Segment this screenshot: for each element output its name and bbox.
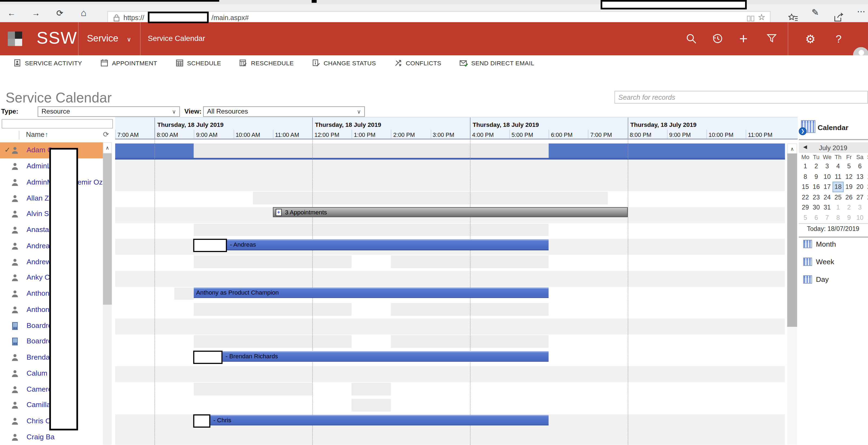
cmd-schedule[interactable]: SCHEDULE — [176, 59, 221, 67]
mini-calendar-day[interactable]: 8 — [833, 213, 843, 223]
mini-calendar-day[interactable]: 8 — [800, 172, 811, 182]
filter-funnel-icon[interactable] — [766, 33, 778, 45]
mini-calendar-day[interactable]: 10 — [822, 172, 833, 182]
settings-gear-icon[interactable]: ⚙ — [804, 33, 816, 45]
mini-calendar-day[interactable]: 13 — [855, 172, 865, 182]
resource-list-scrollbar[interactable]: ∧ — [103, 142, 112, 445]
calendar-row-andrew-7[interactable] — [115, 255, 785, 271]
recent-history-icon[interactable] — [711, 33, 724, 45]
mini-calendar-day[interactable]: 9 — [844, 213, 855, 223]
mini-calendar-day[interactable]: 21 — [865, 182, 868, 192]
mini-calendar-day[interactable]: 30 — [811, 203, 822, 213]
module-chevron-down-icon[interactable]: ∨ — [127, 22, 131, 56]
appointment-bar[interactable]: - Andreas — [194, 240, 549, 250]
mini-calendar-day[interactable]: 4 — [865, 203, 868, 213]
calendar-row-boardroo-12[interactable] — [115, 334, 785, 350]
module-menu[interactable]: Service — [87, 22, 118, 56]
help-icon[interactable]: ? — [833, 33, 845, 45]
mini-calendar-day[interactable]: 4 — [833, 161, 843, 172]
today-label[interactable]: Today: 18/07/2019 — [799, 226, 867, 232]
calendar-row-anthony-10[interactable] — [115, 303, 785, 319]
mini-calendar-day[interactable]: 20 — [855, 182, 865, 192]
calendar-scrollbar[interactable]: ∧ — [787, 143, 797, 445]
cmd-conflicts[interactable]: CONFLICTS — [394, 59, 441, 67]
mini-calendar-day[interactable]: 2 — [844, 203, 855, 213]
mini-calendar-day[interactable]: 11 — [865, 213, 868, 223]
mini-calendar-day[interactable]: 24 — [822, 192, 833, 203]
mini-calendar-day[interactable]: 7 — [865, 161, 868, 172]
back-icon[interactable]: ← — [5, 4, 18, 22]
cmd-send-direct-email[interactable]: SEND DIRECT EMAIL — [460, 59, 534, 67]
view-week[interactable]: Week — [799, 257, 868, 270]
mini-calendar-day[interactable]: 10 — [855, 213, 865, 223]
resource-list-header[interactable]: Name ↑ ⟳ — [0, 128, 113, 142]
list-item-craig-ba-18[interactable]: Craig Ba — [0, 429, 103, 445]
mini-calendar-day[interactable]: 3 — [822, 161, 833, 172]
annotate-pen-icon[interactable]: ✎ — [811, 7, 819, 18]
calendar-row-chris-cle-17[interactable]: - Chris — [115, 414, 785, 430]
mini-calendar-day[interactable]: 5 — [800, 213, 811, 223]
calendar-row-adam-co-0[interactable] — [115, 143, 785, 159]
home-icon[interactable]: ⌂ — [78, 4, 90, 22]
mini-calendar-day[interactable]: 2 — [811, 161, 822, 172]
mini-calendar-day[interactable]: 14 — [865, 172, 868, 182]
mini-calendar-day[interactable]: 6 — [855, 161, 865, 172]
type-select[interactable]: Resource ∨ — [38, 106, 180, 117]
scrollbar-thumb[interactable] — [787, 153, 797, 327]
resource-filter-box[interactable] — [2, 119, 113, 128]
scroll-up-icon[interactable]: ∧ — [103, 142, 112, 153]
ssw-logo-icon[interactable] — [8, 32, 22, 46]
mini-calendar-day[interactable]: 23 — [811, 192, 822, 203]
create-plus-icon[interactable]: + — [738, 33, 750, 45]
calendar-row-calum-si-14[interactable] — [115, 366, 785, 382]
mini-calendar-day[interactable]: 17 — [822, 182, 833, 192]
appointment-group-bar[interactable]: +3 Appointments — [273, 207, 627, 217]
mini-calendar-day[interactable]: 11 — [833, 172, 843, 182]
mini-calendar-day[interactable]: 9 — [811, 172, 822, 182]
mini-calendar-day[interactable]: 27 — [855, 192, 865, 203]
mini-calendar-day[interactable]: 3 — [855, 203, 865, 213]
mini-calendar-day[interactable]: 5 — [844, 161, 855, 172]
favorite-star-icon[interactable]: ☆ — [758, 12, 765, 22]
mini-calendar-day[interactable]: 29 — [800, 203, 811, 213]
mini-calendar-day[interactable]: 25 — [833, 192, 843, 203]
cmd-service-activity[interactable]: SERVICE ACTIVITY — [13, 59, 82, 67]
search-input[interactable] — [615, 91, 868, 103]
mini-calendar-day[interactable]: 26 — [844, 192, 855, 203]
calendar-row-anastasia-5[interactable] — [115, 223, 785, 239]
calendar-row-cameron-15[interactable] — [115, 382, 785, 398]
calendar-row-andreas-6[interactable]: - Andreas — [115, 239, 785, 255]
appointment-bar[interactable]: - Chris — [194, 415, 549, 425]
appointment-bar[interactable]: Anthony as Product Champion — [194, 287, 549, 298]
scroll-up-icon[interactable]: ∧ — [787, 143, 797, 154]
mini-calendar-selected-day[interactable]: 18 — [833, 182, 843, 192]
calendar-row-anthony-9[interactable]: Anthony as Product Champion — [115, 287, 785, 303]
refresh-list-icon[interactable]: ⟳ — [103, 130, 109, 139]
calendar-row-brendan-13[interactable]: - Brendan Richards — [115, 350, 785, 366]
view-month[interactable]: Month — [799, 239, 868, 253]
mini-calendar-day[interactable]: 1 — [833, 203, 843, 213]
mini-calendar-day[interactable]: 7 — [822, 213, 833, 223]
resource-name[interactable]: Andrew — [27, 258, 51, 266]
mini-calendar-day[interactable]: 12 — [844, 172, 855, 182]
calendar-row-allan-zh-3[interactable] — [115, 191, 785, 207]
mini-calendar-day[interactable]: 6 — [811, 213, 822, 223]
scrollbar-thumb[interactable] — [103, 153, 112, 305]
search-icon[interactable] — [685, 33, 697, 45]
refresh-icon[interactable]: ⟳ — [54, 4, 66, 22]
calendar-row-craig-ba-18[interactable] — [115, 430, 785, 445]
mini-calendar-day[interactable]: 22 — [800, 192, 811, 203]
breadcrumb-page[interactable]: Service Calendar — [148, 22, 205, 56]
cmd-change-status[interactable]: CHANGE STATUS — [312, 59, 376, 67]
view-select[interactable]: All Resources ∨ — [203, 106, 365, 117]
mini-calendar-day[interactable]: 19 — [844, 182, 855, 192]
appointment-bar[interactable]: - Brendan Richards — [194, 351, 549, 362]
calendar-row-boardroo-11[interactable] — [115, 319, 785, 335]
mini-calendar-day[interactable]: 31 — [822, 203, 833, 213]
calendar-row-adminm-2[interactable] — [115, 175, 785, 191]
calendar-body[interactable]: +3 Appointments- AndreasAnthony as Produ… — [115, 140, 798, 445]
mini-calendar-day[interactable]: 15 — [800, 182, 811, 192]
calendar-row-alvin-she-4[interactable]: +3 Appointments — [115, 207, 785, 223]
calendar-row-camilla-f-16[interactable] — [115, 398, 785, 414]
mini-calendar-day[interactable]: 16 — [811, 182, 822, 192]
